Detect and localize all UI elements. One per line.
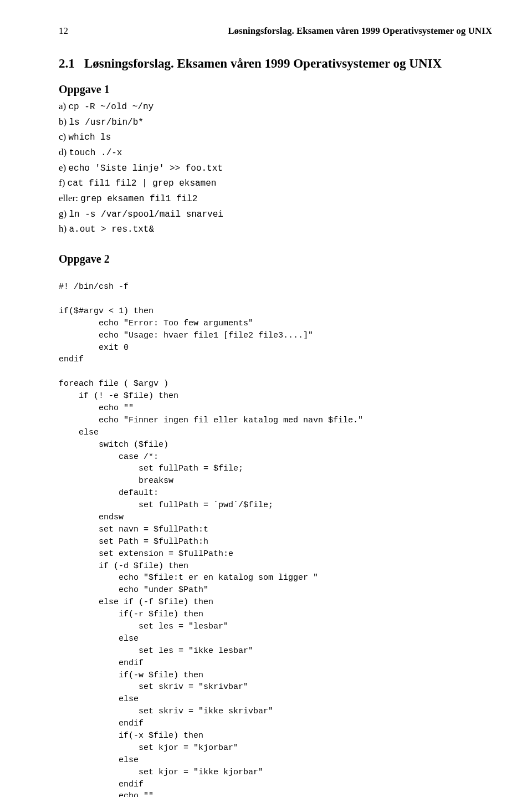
list-item: b) ls /usr/bin/b* bbox=[59, 115, 492, 130]
item-code: echo 'Siste linje' >> foo.txt bbox=[68, 164, 222, 173]
item-label: a) bbox=[59, 101, 66, 111]
item-code: cat fil1 fil2 | grep eksamen bbox=[68, 178, 217, 188]
list-item: a) cp -R ~/old ~/ny bbox=[59, 99, 492, 114]
item-code: ln -s /var/spool/mail snarvei bbox=[69, 210, 223, 219]
item-label: eller: bbox=[59, 193, 78, 203]
list-item: eller: grep eksamen fil1 fil2 bbox=[59, 191, 492, 206]
section-heading: Løsningsforslag. Eksamen våren 1999 Oper… bbox=[84, 57, 442, 70]
item-label: h) bbox=[59, 223, 66, 234]
oppgave1-list: a) cp -R ~/old ~/ny b) ls /usr/bin/b* c)… bbox=[59, 99, 492, 237]
item-label: b) bbox=[59, 116, 66, 127]
document-page: 12 Løsningsforslag. Eksamen våren 1999 O… bbox=[0, 0, 532, 797]
oppgave2-code: #! /bin/csh -f if($#argv < 1) then echo … bbox=[59, 281, 492, 797]
item-code: cp -R ~/old ~/ny bbox=[68, 102, 154, 112]
list-item: g) ln -s /var/spool/mail snarvei bbox=[59, 207, 492, 222]
list-item: f) cat fil1 fil2 | grep eksamen bbox=[59, 176, 492, 191]
item-label: d) bbox=[59, 147, 66, 157]
page-number: 12 bbox=[59, 25, 68, 37]
running-title: Løsningsforslag. Eksamen våren 1999 Oper… bbox=[228, 25, 492, 37]
item-label: c) bbox=[59, 131, 66, 142]
item-label: g) bbox=[59, 208, 66, 219]
oppgave1-title: Oppgave 1 bbox=[59, 83, 492, 96]
section-number: 2.1 bbox=[59, 57, 75, 70]
page-header: 12 Løsningsforslag. Eksamen våren 1999 O… bbox=[59, 25, 492, 37]
list-item: d) touch ./-x bbox=[59, 145, 492, 160]
item-code: which ls bbox=[68, 132, 111, 142]
section-title: 2.1 Løsningsforslag. Eksamen våren 1999 … bbox=[59, 57, 492, 71]
item-label: e) bbox=[59, 162, 66, 173]
list-item: h) a.out > res.txt& bbox=[59, 222, 492, 237]
item-code: a.out > res.txt& bbox=[69, 224, 154, 234]
item-label: f) bbox=[59, 177, 65, 188]
item-code: touch ./-x bbox=[69, 148, 122, 158]
list-item: c) which ls bbox=[59, 130, 492, 145]
item-code: grep eksamen fil1 fil2 bbox=[80, 194, 197, 204]
item-code: ls /usr/bin/b* bbox=[69, 117, 143, 127]
oppgave2-title: Oppgave 2 bbox=[59, 253, 492, 265]
list-item: e) echo 'Siste linje' >> foo.txt bbox=[59, 161, 492, 176]
